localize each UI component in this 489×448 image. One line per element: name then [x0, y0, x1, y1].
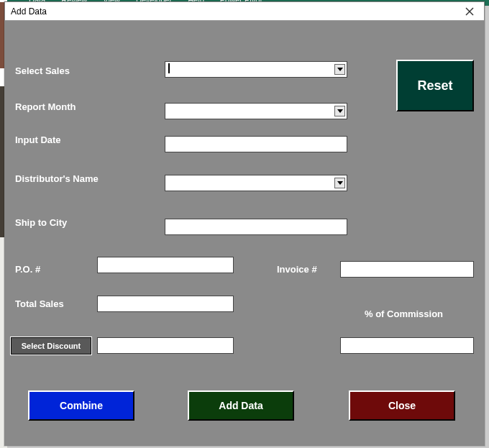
input-date-field[interactable]	[165, 136, 347, 152]
invoice-number-field[interactable]	[340, 261, 474, 278]
po-number-field[interactable]	[97, 257, 234, 273]
reset-button[interactable]: Reset	[396, 60, 474, 111]
chevron-down-icon[interactable]	[334, 106, 345, 116]
po-number-label: P.O. #	[15, 264, 40, 275]
close-icon	[465, 7, 474, 16]
dialog-title: Add Data	[11, 6, 47, 17]
discount-field[interactable]	[97, 337, 234, 354]
chevron-down-icon[interactable]	[334, 64, 345, 75]
add-data-dialog: Add Data Select Sales Reset Report Month…	[4, 1, 485, 446]
add-data-button[interactable]: Add Data	[188, 390, 294, 421]
select-discount-button[interactable]: Select Discount	[11, 337, 91, 355]
report-month-input[interactable]	[168, 104, 334, 118]
total-sales-field[interactable]	[97, 296, 234, 312]
select-sales-label: Select Sales	[15, 65, 70, 76]
ship-city-label: Ship to City	[15, 217, 67, 228]
combine-button[interactable]: Combine	[28, 390, 134, 421]
report-month-label: Report Month	[15, 101, 76, 112]
total-sales-label: Total Sales	[15, 298, 64, 309]
commission-label: % of Commission	[365, 308, 443, 319]
text-caret	[168, 63, 170, 73]
dialog-body: Select Sales Reset Report Month Input Da…	[5, 21, 484, 445]
distributor-combo[interactable]	[165, 175, 347, 191]
distributor-label: Distributor's Name	[15, 173, 99, 184]
select-sales-input[interactable]	[168, 63, 334, 76]
invoice-number-label: Invoice #	[277, 264, 317, 275]
dialog-titlebar[interactable]: Add Data	[5, 2, 484, 21]
report-month-combo[interactable]	[165, 103, 347, 119]
distributor-input[interactable]	[168, 176, 334, 190]
ship-city-field[interactable]	[165, 219, 347, 235]
chevron-down-icon[interactable]	[334, 178, 345, 188]
close-button[interactable]: Close	[349, 390, 455, 421]
select-sales-combo[interactable]	[165, 61, 347, 78]
commission-field[interactable]	[340, 337, 474, 354]
dialog-close-x[interactable]	[455, 2, 484, 20]
input-date-label: Input Date	[15, 134, 61, 145]
